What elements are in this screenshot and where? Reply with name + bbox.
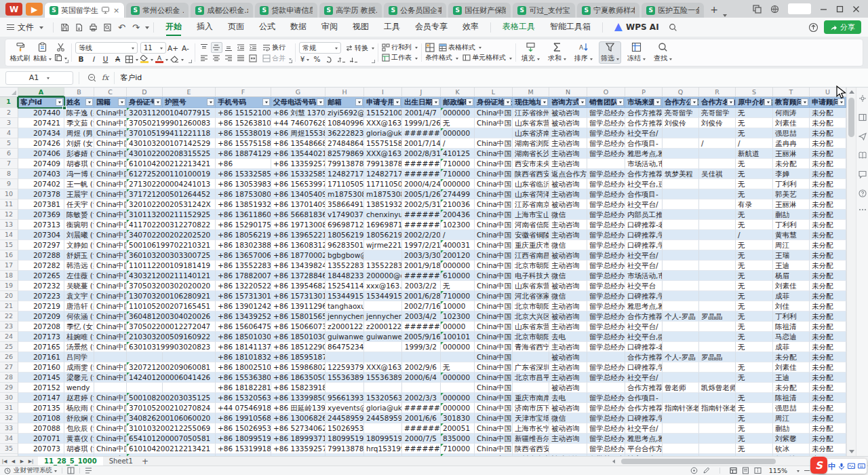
header-cell[interactable]: 市场来源 bbox=[625, 97, 663, 108]
cell[interactable]: 207219 bbox=[18, 301, 64, 311]
cell[interactable]: 825798695 bbox=[326, 149, 364, 159]
cell[interactable]: 广东省深圳 bbox=[513, 362, 549, 373]
cell[interactable]: 244589596 bbox=[326, 413, 364, 423]
cell[interactable]: 曾老师 bbox=[663, 383, 699, 393]
row-number[interactable]: 11 bbox=[0, 200, 18, 210]
cell[interactable]: 被动咨询 bbox=[549, 108, 587, 118]
cell[interactable] bbox=[699, 291, 736, 301]
cell[interactable]: China中国 bbox=[475, 200, 513, 210]
cell[interactable] bbox=[663, 159, 699, 169]
cell[interactable]: 主动咨询 bbox=[549, 261, 587, 271]
cell[interactable]: guiwanwei bbox=[326, 332, 364, 342]
cell[interactable]: 无 bbox=[736, 423, 773, 434]
row-number[interactable]: 13 bbox=[0, 220, 18, 230]
column-header-J[interactable]: J bbox=[402, 88, 441, 97]
cell[interactable]: +86 18099519 bbox=[216, 434, 271, 444]
file-tab[interactable]: S医护五险一金.xlsx bbox=[642, 3, 704, 18]
row-number[interactable]: 10 bbox=[0, 189, 18, 200]
cell[interactable]: 207421 bbox=[18, 118, 64, 128]
cell[interactable]: gloria@uk bbox=[364, 403, 402, 413]
column-header-B[interactable]: B bbox=[64, 88, 94, 97]
cell[interactable]: 207381 bbox=[18, 200, 64, 210]
cell[interactable]: 合作方推荐 bbox=[625, 108, 663, 118]
cell[interactable]: 社交平台/ bbox=[625, 128, 663, 138]
cell[interactable]: China中国 bbox=[475, 138, 513, 149]
cell[interactable]: China中国 bbox=[475, 383, 513, 393]
cell[interactable]: 陕西省西安 bbox=[513, 444, 549, 454]
cell[interactable]: 留学总经办 bbox=[587, 230, 625, 240]
cell[interactable] bbox=[663, 261, 699, 271]
column-header-S[interactable]: S bbox=[736, 88, 773, 97]
cell[interactable]: 2002/8/31 bbox=[402, 149, 441, 159]
ribbon-action-button[interactable]: A排序 bbox=[572, 41, 595, 64]
cell[interactable]: 610104200212213421 bbox=[127, 159, 163, 169]
ribbon-action-button[interactable]: 求和 bbox=[546, 41, 568, 64]
cell[interactable]: z20001227 bbox=[326, 322, 364, 332]
sheet-tab-Sheet1[interactable]: Sheet1 bbox=[103, 457, 139, 466]
cell[interactable]: 710000 bbox=[441, 291, 475, 301]
cell[interactable]: 主动咨询 bbox=[549, 149, 587, 159]
cell[interactable]: 江西省南昌 bbox=[513, 250, 549, 261]
cell[interactable]: 未分配 bbox=[810, 423, 846, 434]
cell[interactable]: 无 bbox=[736, 220, 773, 230]
page-layout-view-icon[interactable] bbox=[742, 467, 749, 474]
cell[interactable]: 留学总经办 bbox=[587, 240, 625, 250]
cell[interactable]: 117110505 bbox=[364, 179, 402, 189]
cell[interactable]: 未分配 bbox=[810, 434, 846, 444]
new-document-tab-button[interactable]: + bbox=[710, 4, 718, 15]
cell[interactable]: 吴晓蔓 (女 bbox=[64, 281, 94, 291]
cell[interactable]: 湖南省浏阳 bbox=[513, 138, 549, 149]
cell[interactable]: 135522836 bbox=[364, 261, 402, 271]
cell[interactable]: wjrme221@ bbox=[364, 240, 402, 250]
cell[interactable]: 北京大兴区 bbox=[513, 311, 549, 322]
column-header-G[interactable]: G bbox=[271, 88, 326, 97]
cell[interactable] bbox=[94, 352, 127, 362]
cell[interactable]: 2000/7/5 bbox=[402, 434, 441, 444]
cell[interactable]: China中国 bbox=[94, 179, 127, 189]
cell[interactable]: 重庆市南岸 bbox=[513, 393, 549, 403]
add-sheet-button[interactable]: + bbox=[139, 457, 151, 466]
cell[interactable]: 北京市朝阳 bbox=[513, 332, 549, 342]
decrease-decimal-icon[interactable] bbox=[348, 54, 359, 64]
cell[interactable]: XXX@163. bbox=[364, 118, 402, 128]
cell[interactable]: 雅思考点,雅 bbox=[625, 434, 663, 444]
cell[interactable]: 2002/9/6 bbox=[402, 362, 441, 373]
filter-dropdown-icon[interactable] bbox=[801, 98, 808, 106]
cell[interactable]: China中国 bbox=[94, 108, 127, 118]
cell[interactable]: 社交平台,豆 bbox=[625, 179, 663, 189]
cell[interactable]: 留学总经办 bbox=[587, 189, 625, 200]
cell[interactable]: 被动咨询 bbox=[549, 281, 587, 291]
cell[interactable]: 207403 bbox=[18, 169, 64, 179]
cell[interactable] bbox=[402, 383, 441, 393]
cell[interactable]: +86 15332585 bbox=[216, 169, 271, 179]
cell[interactable]: 周江 bbox=[773, 413, 810, 423]
cell[interactable]: +86 15606475 bbox=[216, 322, 271, 332]
cell[interactable]: 207282 bbox=[18, 261, 64, 271]
cell[interactable]: 100101 bbox=[441, 332, 475, 342]
row-number[interactable]: 6 bbox=[0, 149, 18, 159]
cell[interactable]: 韩浩远 (男 bbox=[64, 261, 94, 271]
ribbon-action-button[interactable]: 查找 bbox=[652, 41, 674, 64]
cell[interactable]: China中国 bbox=[475, 301, 513, 311]
cell[interactable]: 710000 bbox=[441, 159, 475, 169]
cell[interactable]: 未分配 bbox=[810, 169, 846, 179]
italic-button[interactable]: I bbox=[87, 54, 99, 64]
cell[interactable]: 蒯劼 bbox=[773, 210, 810, 220]
sidebar-more-icon[interactable] bbox=[859, 208, 867, 211]
row-number[interactable]: 31 bbox=[0, 403, 18, 413]
cell[interactable]: China中国 bbox=[475, 159, 513, 169]
globe-icon[interactable] bbox=[770, 5, 779, 14]
column-header-L[interactable]: L bbox=[475, 88, 513, 97]
cell[interactable]: +86 18101832 bbox=[216, 352, 271, 362]
table-style-button[interactable]: 表格样式 bbox=[439, 43, 481, 52]
cell[interactable]: +86 13552283 bbox=[216, 261, 271, 271]
cell[interactable] bbox=[364, 423, 402, 434]
cell[interactable]: 210303200509160922 bbox=[127, 332, 163, 342]
filter-dropdown-icon[interactable] bbox=[317, 98, 324, 106]
cell[interactable]: 合作项目- bbox=[625, 189, 663, 200]
align-left-icon[interactable] bbox=[199, 53, 210, 64]
cell[interactable]: 32010220020531242X bbox=[127, 200, 163, 210]
cell[interactable]: 612725200110100019 bbox=[127, 169, 163, 179]
align-bottom-icon[interactable] bbox=[223, 42, 235, 53]
cell[interactable]: 被动咨询 bbox=[549, 250, 587, 261]
